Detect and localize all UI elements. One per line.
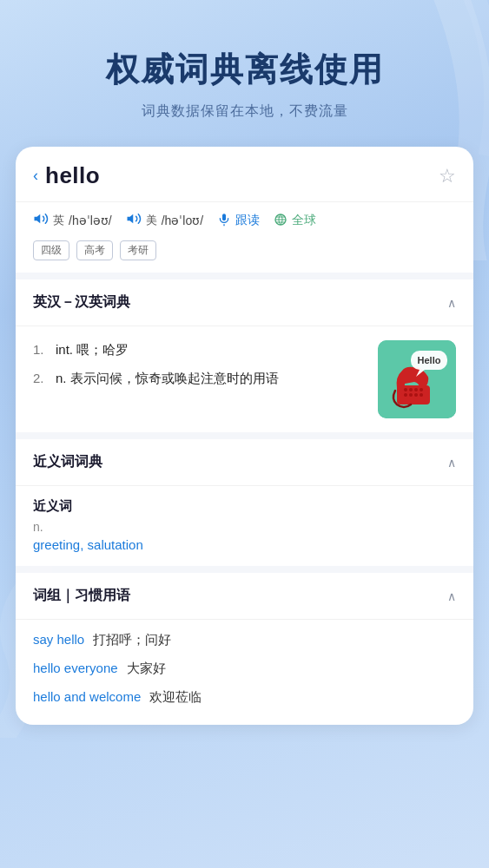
def-num-1: 1. (33, 340, 49, 360)
phrase-meaning-hello-everyone: 大家好 (127, 661, 166, 677)
synonym-words[interactable]: greeting, salutation (33, 537, 456, 552)
synonym-category-label: 近义词 (33, 498, 456, 515)
synonyms-section: 近义词词典 ∧ 近义词 n. greeting, salutation (16, 432, 473, 566)
bookmark-button[interactable]: ☆ (439, 165, 456, 187)
svg-rect-0 (222, 214, 226, 220)
tag-gaokao: 高考 (76, 240, 113, 260)
dict-content: 1. int. 喂；哈罗 2. n. 表示问候，惊奇或唤起注意时的用语 (16, 326, 473, 432)
word-display: hello (45, 162, 100, 189)
zh-en-dict-title: 英汉－汉英词典 (33, 293, 130, 312)
hello-illustration: Hello (378, 340, 456, 418)
zh-en-dict-header[interactable]: 英汉－汉英词典 ∧ (16, 279, 473, 326)
synonyms-chevron: ∧ (447, 456, 456, 470)
british-phonetic[interactable]: 英 /həˈləʊ/ (33, 211, 112, 230)
phrases-header[interactable]: 词组｜习惯用语 ∧ (16, 573, 473, 620)
synonyms-title: 近义词词典 (33, 453, 102, 471)
def-text-2: n. 表示问候，惊奇或唤起注意时的用语 (56, 369, 279, 389)
phrase-meaning-say-hello: 打招呼；问好 (93, 632, 171, 648)
sound-icon-american (126, 211, 142, 230)
word-header: ‹ hello ☆ (16, 147, 473, 202)
global-button[interactable]: 全球 (274, 213, 316, 229)
phrases-chevron: ∧ (447, 589, 456, 603)
phrases-title: 词组｜习惯用语 (33, 587, 130, 605)
tag-cet4: 四级 (33, 240, 69, 260)
definitions-list: 1. int. 喂；哈罗 2. n. 表示问候，惊奇或唤起注意时的用语 (33, 340, 366, 418)
global-label: 全球 (292, 213, 316, 228)
word-tags: 四级 高考 考研 (16, 237, 473, 273)
globe-icon (274, 213, 287, 229)
follow-read-button[interactable]: 跟读 (217, 213, 260, 229)
phrase-word-hello-everyone[interactable]: hello everyone (33, 661, 118, 675)
svg-point-11 (420, 388, 423, 391)
synonyms-header[interactable]: 近义词词典 ∧ (16, 439, 473, 486)
svg-point-10 (414, 388, 418, 391)
word-nav: ‹ hello (33, 162, 100, 189)
follow-read-label: 跟读 (235, 213, 260, 228)
dictionary-card: ‹ hello ☆ 英 /həˈləʊ/ 美 (16, 147, 473, 725)
svg-point-9 (409, 388, 413, 391)
phrase-item-hello-everyone: hello everyone 大家好 (33, 661, 456, 677)
british-phonetic-symbol: /həˈləʊ/ (69, 214, 112, 227)
sound-icon-british (33, 211, 49, 230)
svg-text:Hello: Hello (418, 355, 441, 365)
british-flag: 英 (53, 213, 64, 228)
svg-point-12 (404, 393, 407, 397)
definition-2: 2. n. 表示问候，惊奇或唤起注意时的用语 (33, 369, 366, 389)
hero-subtitle: 词典数据保留在本地，不费流量 (26, 102, 463, 121)
phrases-content: say hello 打招呼；问好 hello everyone 大家好 hell… (16, 620, 473, 725)
phrase-word-hello-and-welcome[interactable]: hello and welcome (33, 689, 141, 704)
def-text-1: int. 喂；哈罗 (56, 340, 129, 360)
american-phonetic-symbol: /həˈloʊ/ (162, 214, 203, 227)
hero-title: 权威词典离线使用 (26, 48, 463, 92)
svg-point-8 (404, 388, 407, 391)
tag-kaoyan: 考研 (120, 240, 156, 260)
phrase-word-say-hello[interactable]: say hello (33, 632, 84, 647)
phrase-meaning-hello-and-welcome: 欢迎莅临 (149, 689, 202, 706)
svg-point-15 (420, 393, 423, 397)
back-button[interactable]: ‹ (33, 167, 38, 185)
svg-point-14 (414, 393, 418, 397)
mic-icon (217, 213, 231, 229)
zh-en-dict-chevron: ∧ (447, 296, 456, 310)
definition-1: 1. int. 喂；哈罗 (33, 340, 366, 360)
hero-section: 权威词典离线使用 词典数据保留在本地，不费流量 (0, 0, 489, 147)
zh-en-dict-section: 英汉－汉英词典 ∧ 1. int. 喂；哈罗 2. n. 表示问候，惊奇或唤起注… (16, 273, 473, 432)
phonetics-row: 英 /həˈləʊ/ 美 /həˈloʊ/ 跟读 (16, 202, 473, 237)
phrase-item-hello-and-welcome: hello and welcome 欢迎莅临 (33, 689, 456, 706)
phrases-section: 词组｜习惯用语 ∧ say hello 打招呼；问好 hello everyon… (16, 566, 473, 725)
american-flag: 美 (146, 213, 157, 228)
def-num-2: 2. (33, 369, 49, 389)
synonym-pos-label: n. (33, 520, 456, 534)
american-phonetic[interactable]: 美 /həˈloʊ/ (126, 211, 203, 230)
phrase-item-say-hello: say hello 打招呼；问好 (33, 632, 456, 648)
svg-point-13 (409, 393, 413, 397)
synonyms-content: 近义词 n. greeting, salutation (16, 486, 473, 566)
